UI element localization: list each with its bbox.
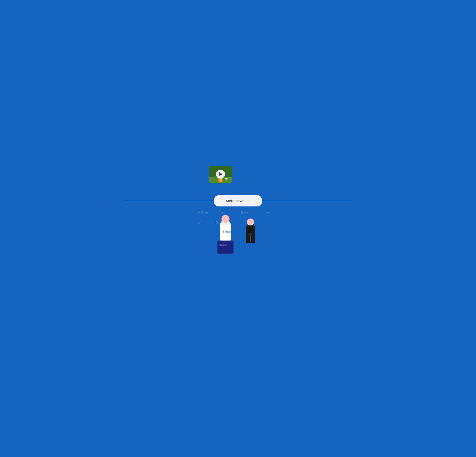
press-conf-image: Dodgers LA Dodgers LA LA Dodgers Dodgers: [124, 42, 219, 92]
play-button[interactable]: [209, 166, 232, 183]
featured-news-grid: Dodgers LA Dodgers LA LA Dodgers Dodgers: [124, 38, 352, 114]
more-news-label: More news: [226, 199, 244, 203]
featured-article: Dodgers LA Dodgers LA LA Dodgers Dodgers: [124, 42, 219, 114]
main-content: 🗞 Top stories ⋮ News about Los Angeles D…: [118, 17, 358, 215]
play-circle: [216, 170, 225, 179]
news-row-featured: Dodgers LA Dodgers LA LA Dodgers Dodgers: [124, 42, 352, 114]
video-thumbnail[interactable]: [209, 166, 232, 183]
also-news-article-1-image: [209, 166, 232, 183]
more-news-container: More news →: [124, 191, 352, 210]
more-news-button[interactable]: More news →: [214, 195, 262, 206]
featured-article-image: Dodgers LA Dodgers LA LA Dodgers Dodgers: [124, 42, 219, 92]
play-triangle-icon: [219, 172, 222, 176]
more-news-arrow: →: [246, 199, 250, 203]
